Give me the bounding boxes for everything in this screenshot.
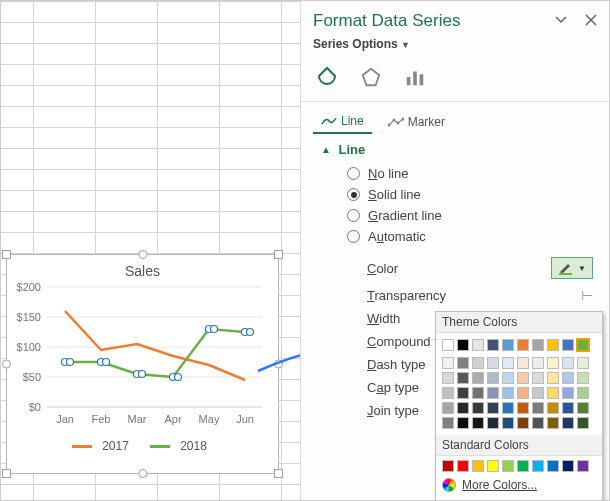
color-swatch[interactable] [532, 417, 544, 429]
section-line-toggle[interactable]: ▲ Line [321, 142, 597, 157]
prop-join-label: Join type [367, 403, 419, 418]
color-swatch[interactable] [562, 372, 574, 384]
color-swatch[interactable] [532, 357, 544, 369]
color-swatch[interactable] [577, 372, 589, 384]
resize-handle[interactable] [2, 360, 11, 369]
color-swatch[interactable] [517, 357, 529, 369]
color-swatch[interactable] [502, 402, 514, 414]
color-swatch[interactable] [442, 387, 454, 399]
resize-handle[interactable] [274, 360, 283, 369]
color-swatch[interactable] [442, 460, 454, 472]
color-swatch[interactable] [487, 417, 499, 429]
close-icon[interactable] [585, 14, 597, 29]
color-swatch[interactable] [547, 402, 559, 414]
color-swatch[interactable] [562, 460, 574, 472]
color-swatch[interactable] [562, 357, 574, 369]
resize-handle[interactable] [2, 250, 11, 259]
resize-handle[interactable] [138, 250, 147, 259]
color-swatch[interactable] [577, 387, 589, 399]
pane-dropdown-icon[interactable] [555, 14, 567, 29]
color-swatch[interactable] [457, 357, 469, 369]
color-swatch[interactable] [457, 402, 469, 414]
color-swatch[interactable] [502, 387, 514, 399]
color-swatch[interactable] [502, 372, 514, 384]
resize-handle[interactable] [274, 469, 283, 478]
color-swatch[interactable] [442, 357, 454, 369]
series-options-dropdown[interactable]: Series Options ▼ [301, 33, 609, 57]
color-swatch[interactable] [547, 387, 559, 399]
color-swatch[interactable] [457, 387, 469, 399]
color-swatch[interactable] [562, 417, 574, 429]
chart-container[interactable]: Sales $200 $150 $100 $50 $0 Jan Feb Mar … [6, 254, 279, 474]
color-swatch[interactable] [442, 372, 454, 384]
tab-marker[interactable]: Marker [380, 110, 453, 134]
color-swatch[interactable] [472, 372, 484, 384]
color-swatch[interactable] [472, 357, 484, 369]
color-swatch[interactable] [532, 460, 544, 472]
tab-line[interactable]: Line [313, 110, 372, 134]
color-swatch[interactable] [487, 372, 499, 384]
color-swatch[interactable] [532, 387, 544, 399]
color-swatch[interactable] [442, 339, 454, 351]
color-swatch[interactable] [547, 417, 559, 429]
resize-handle[interactable] [274, 250, 283, 259]
color-swatch[interactable] [472, 339, 484, 351]
color-swatch[interactable] [517, 387, 529, 399]
color-swatch[interactable] [517, 460, 529, 472]
color-swatch[interactable] [577, 402, 589, 414]
color-swatch[interactable] [487, 402, 499, 414]
color-swatch[interactable] [457, 417, 469, 429]
color-swatch[interactable] [472, 387, 484, 399]
color-picker-button[interactable]: ▼ [551, 257, 593, 279]
color-swatch[interactable] [517, 339, 529, 351]
color-swatch[interactable] [472, 402, 484, 414]
color-swatch[interactable] [577, 339, 589, 351]
color-swatch[interactable] [502, 339, 514, 351]
color-swatch[interactable] [532, 402, 544, 414]
fill-outline-tab-icon[interactable] [313, 63, 341, 91]
radio-solid-line[interactable]: Solid line [347, 184, 597, 205]
color-swatch[interactable] [517, 402, 529, 414]
color-swatch[interactable] [442, 417, 454, 429]
color-swatch[interactable] [472, 417, 484, 429]
color-swatch[interactable] [472, 460, 484, 472]
color-swatch[interactable] [577, 357, 589, 369]
color-swatch[interactable] [517, 372, 529, 384]
radio-gradient-line[interactable]: Gradient line [347, 205, 597, 226]
color-swatch[interactable] [562, 402, 574, 414]
color-swatch[interactable] [442, 402, 454, 414]
color-swatch[interactable] [562, 339, 574, 351]
color-swatch[interactable] [487, 387, 499, 399]
resize-handle[interactable] [2, 469, 11, 478]
resize-handle[interactable] [138, 469, 147, 478]
color-swatch[interactable] [577, 417, 589, 429]
color-swatch[interactable] [487, 357, 499, 369]
color-swatch[interactable] [502, 357, 514, 369]
color-swatch[interactable] [487, 339, 499, 351]
color-swatch[interactable] [517, 417, 529, 429]
radio-no-line[interactable]: No line [347, 163, 597, 184]
color-swatch[interactable] [577, 460, 589, 472]
color-swatch[interactable] [532, 372, 544, 384]
color-swatch[interactable] [457, 339, 469, 351]
radio-automatic[interactable]: Automatic [347, 226, 597, 247]
color-swatch[interactable] [502, 460, 514, 472]
color-swatch[interactable] [547, 460, 559, 472]
color-swatch[interactable] [547, 339, 559, 351]
series-options-tab-icon[interactable] [401, 63, 429, 91]
more-colors-button[interactable]: More Colors... [436, 474, 602, 496]
color-swatch[interactable] [532, 339, 544, 351]
color-swatch[interactable] [487, 460, 499, 472]
color-swatch[interactable] [457, 372, 469, 384]
chart-legend[interactable]: 2017 2018 [7, 439, 278, 453]
color-swatch[interactable] [562, 387, 574, 399]
color-swatch[interactable] [457, 460, 469, 472]
effects-tab-icon[interactable] [357, 63, 385, 91]
prop-color-label: Color [367, 261, 398, 276]
color-swatch[interactable] [547, 372, 559, 384]
color-picker-flyout: Theme Colors Standard Colors More Colors… [435, 311, 603, 501]
color-swatch[interactable] [502, 417, 514, 429]
series-2017[interactable] [65, 311, 245, 380]
color-swatch[interactable] [547, 357, 559, 369]
chart-plot[interactable]: $200 $150 $100 $50 $0 Jan Feb Mar Apr Ma… [7, 279, 280, 439]
